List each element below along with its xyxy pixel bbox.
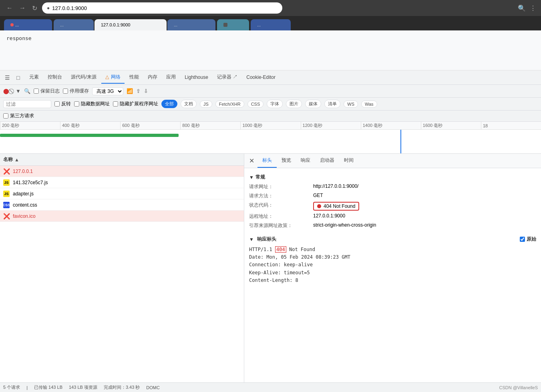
filter-chip-fetchxhr[interactable]: Fetch/XHR: [215, 101, 244, 108]
js-icon-2: JS: [3, 191, 10, 197]
third-party-checkbox[interactable]: 第三方请求: [3, 113, 34, 119]
remote-address-row: 远程地址： 127.0.0.1:9000: [249, 212, 536, 221]
disable-cache-checkbox[interactable]: 停用缓存: [63, 88, 89, 94]
status-dot: [317, 204, 321, 208]
tab-recorder[interactable]: 记录器 ↗: [213, 71, 241, 84]
request-item-js1[interactable]: JS 141.327ce5c7.js: [0, 177, 244, 188]
request-item-favicon[interactable]: ❌ favicon.ico: [0, 211, 244, 222]
filter-chip-js[interactable]: JS: [200, 101, 212, 108]
http-prefix: HTTP/1.1: [249, 247, 275, 252]
devtools-cursor-icon[interactable]: ☰: [3, 73, 12, 82]
detail-tab-timing[interactable]: 时间: [339, 154, 358, 168]
refresh-button[interactable]: ↻: [30, 3, 39, 14]
raw-checkbox-input[interactable]: [520, 237, 525, 242]
raw-line-5: Content-Length: 8: [249, 277, 536, 284]
hide-data-urls-checkbox[interactable]: 隐藏数据网址: [74, 101, 110, 107]
remote-address-label: 远程地址：: [249, 213, 313, 220]
filter-chip-css[interactable]: CSS: [247, 101, 264, 108]
remote-address-value: 127.0.0.1:9000: [313, 213, 536, 219]
timeline-blue-line: [400, 130, 401, 154]
record-stop-button[interactable]: ⬤: [3, 88, 9, 94]
filter-chip-font[interactable]: 字体: [267, 100, 283, 108]
hide-extension-urls-checkbox[interactable]: 隐藏扩展程序网址: [113, 101, 158, 107]
timeline-mark-600: 600 毫秒: [120, 122, 180, 129]
detail-tab-response[interactable]: 响应: [296, 154, 315, 168]
devtools-inspect-icon[interactable]: □: [15, 73, 21, 82]
preserve-log-checkbox[interactable]: 保留日志: [34, 88, 60, 94]
filter-chip-media[interactable]: 媒体: [305, 100, 321, 108]
detail-tab-initiator[interactable]: 启动器: [315, 154, 339, 168]
wifi-icon: 📶: [127, 88, 133, 94]
general-section-title[interactable]: ▼ 常规: [249, 171, 536, 182]
status-code-label: 状态代码：: [249, 202, 313, 209]
tab-application[interactable]: 应用: [162, 71, 180, 84]
tab-console[interactable]: 控制台: [44, 71, 66, 84]
details-panel: ✕ 标头 预览 响应 启动器 时间 ▼ 常规 请求网址： http://127.…: [244, 154, 541, 382]
transferred-label: |: [26, 385, 28, 390]
raw-line-1: HTTP/1.1 404 Not Found: [249, 246, 536, 253]
address-bar[interactable]: ● 127.0.0.1:9000: [42, 2, 282, 14]
browser-tab-4[interactable]: ...: [167, 19, 215, 30]
invert-checkbox[interactable]: 反转: [54, 101, 71, 107]
tab-performance[interactable]: 性能: [125, 71, 143, 84]
zoom-icon[interactable]: 🔍: [518, 4, 526, 12]
url-text: 127.0.0.1:9000: [52, 5, 87, 11]
status-code-text: 404 Not Found: [324, 203, 355, 209]
filter-chip-manifest[interactable]: 清单: [324, 100, 340, 108]
raw-line-4: Keep-Alive: timeout=5: [249, 269, 536, 277]
menu-icon[interactable]: ⋮: [530, 4, 536, 12]
filter-chip-all[interactable]: 全部: [161, 100, 177, 108]
referrer-policy-row: 引荐来源网址政策： strict-origin-when-cross-origi…: [249, 221, 536, 230]
status-badge: 404 Not Found: [313, 202, 359, 211]
browser-chrome: ← → ↻ ● 127.0.0.1:9000 🔍 ⋮: [0, 0, 541, 16]
filter-toggle-button[interactable]: ▼: [16, 88, 21, 94]
forward-button[interactable]: →: [18, 3, 27, 13]
js-icon-1: JS: [3, 179, 10, 186]
referrer-policy-label: 引荐来源网址政策：: [249, 222, 313, 229]
timeline-waterfall: [0, 130, 541, 154]
headers-content: ▼ 常规 请求网址： http://127.0.0.1:9000/ 请求方法： …: [244, 168, 541, 382]
filter-chip-was[interactable]: Was: [361, 101, 377, 108]
throttle-select[interactable]: 高速 3G: [92, 87, 123, 95]
browser-tab-2[interactable]: ...: [54, 19, 94, 30]
browser-tab-3[interactable]: 127.0.0.1:9000: [95, 19, 167, 30]
details-close-button[interactable]: ✕: [246, 155, 257, 166]
request-url-value: http://127.0.0.1:9000/: [313, 183, 536, 189]
timeline-mark-400: 400 毫秒: [60, 122, 120, 129]
general-triangle-icon: ▼: [249, 175, 254, 180]
detail-tab-headers[interactable]: 标头: [257, 154, 277, 168]
browser-tab-5[interactable]: [217, 19, 249, 30]
filter-chip-ws[interactable]: WS: [344, 101, 358, 108]
tab-memory[interactable]: 内存: [144, 71, 161, 84]
tab-lighthouse[interactable]: Lighthouse: [181, 72, 212, 83]
filter-chip-img[interactable]: 图片: [286, 100, 302, 108]
finish-time: 完成时间：3.43 秒: [104, 384, 140, 390]
browser-tab-1[interactable]: ...: [4, 19, 52, 30]
request-item-js2[interactable]: JS adapter.js: [0, 188, 244, 199]
tab-network[interactable]: △ 网络: [101, 71, 125, 84]
timeline-mark-18: 18: [481, 122, 541, 129]
request-item-css[interactable]: CSS content.css: [0, 199, 244, 211]
search-button[interactable]: 🔍: [24, 88, 30, 94]
request-method-value: GET: [313, 193, 536, 198]
filter-chip-doc[interactable]: 文档: [181, 100, 197, 108]
tab-cookie-editor[interactable]: Cookie-Editor: [242, 72, 280, 83]
http-suffix: Not Found: [286, 247, 315, 252]
browser-tabs-bar: ... ... 127.0.0.1:9000 ... ...: [0, 16, 541, 30]
dom-label: DOMC: [146, 385, 160, 390]
tab-sources[interactable]: 源代码/来源: [67, 71, 100, 84]
raw-line-2: Date: Mon, 05 Feb 2024 08:39:23 GMT: [249, 253, 536, 261]
browser-tab-6[interactable]: ...: [251, 19, 291, 30]
request-url-row: 请求网址： http://127.0.0.1:9000/: [249, 182, 536, 191]
main-content: 名称 ▲ ❌ 127.0.0.1 JS 141.327ce5c7.js JS a…: [0, 154, 541, 382]
request-method-label: 请求方法：: [249, 193, 313, 199]
request-item-127[interactable]: ❌ 127.0.0.1: [0, 166, 244, 177]
detail-tab-preview[interactable]: 预览: [277, 154, 296, 168]
tab-elements[interactable]: 元素: [25, 71, 43, 84]
error-icon-127: ❌: [3, 168, 10, 175]
devtools-panel: ☰ □ 元素 控制台 源代码/来源 △ 网络 性能 内存 应用 Lighthou…: [0, 70, 541, 392]
back-button[interactable]: ←: [5, 3, 14, 13]
filter-input[interactable]: [3, 100, 51, 108]
page-content-area: response: [0, 30, 541, 70]
details-tabs: ✕ 标头 预览 响应 启动器 时间: [244, 154, 541, 168]
